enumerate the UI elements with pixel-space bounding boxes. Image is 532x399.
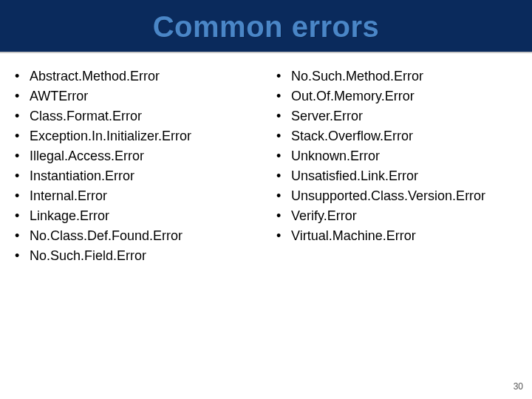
list-item-label: Illegal.Access.Error (30, 149, 144, 163)
title-bar: Common errors (0, 0, 532, 53)
list-item: No.Such.Field.Error (15, 246, 262, 266)
right-column: No.Such.Method.Error Out.Of.Memory.Error… (266, 66, 528, 266)
list-item: Linkage.Error (15, 206, 262, 226)
list-item-label: Virtual.Machine.Error (291, 228, 416, 243)
page-number: 30 (514, 381, 523, 392)
list-item-label: Out.Of.Memory.Error (291, 89, 415, 103)
list-item: No.Such.Method.Error (276, 66, 523, 86)
list-item-label: AWTError (30, 89, 88, 103)
list-item: Abstract.Method.Error (15, 66, 262, 86)
list-item-label: Linkage.Error (30, 208, 109, 223)
list-item: Illegal.Access.Error (15, 146, 262, 166)
list-item: Out.Of.Memory.Error (276, 86, 523, 106)
list-item-label: Unsupported.Class.Version.Error (291, 188, 485, 203)
list-item: Unsatisfied.Link.Error (276, 166, 523, 186)
slide-title: Common errors (153, 10, 380, 44)
list-item-label: No.Such.Method.Error (291, 69, 423, 83)
list-item: No.Class.Def.Found.Error (15, 226, 262, 246)
list-item-label: Unknown.Error (291, 149, 380, 163)
slide-body: Abstract.Method.Error AWTError Class.For… (0, 53, 532, 266)
list-item-label: Server.Error (291, 109, 363, 123)
list-item: Class.Format.Error (15, 106, 262, 126)
list-item-label: Internal.Error (30, 188, 107, 203)
list-item: Instantiation.Error (15, 166, 262, 186)
list-item-label: Exception.In.Initializer.Error (30, 129, 191, 143)
left-column: Abstract.Method.Error AWTError Class.For… (4, 66, 266, 266)
list-item-label: Instantiation.Error (30, 168, 134, 183)
list-item-label: Verify.Error (291, 208, 357, 223)
error-list-left: Abstract.Method.Error AWTError Class.For… (4, 66, 266, 266)
list-item: Exception.In.Initializer.Error (15, 126, 262, 146)
list-item-label: Stack.Overflow.Error (291, 129, 413, 143)
list-item: Unknown.Error (276, 146, 523, 166)
list-item: Server.Error (276, 106, 523, 126)
list-item-label: Class.Format.Error (30, 109, 142, 123)
list-item-label: Unsatisfied.Link.Error (291, 168, 418, 183)
list-item-label: Abstract.Method.Error (30, 69, 160, 83)
list-item: Unsupported.Class.Version.Error (276, 186, 523, 206)
list-item: AWTError (15, 86, 262, 106)
list-item: Stack.Overflow.Error (276, 126, 523, 146)
error-list-right: No.Such.Method.Error Out.Of.Memory.Error… (266, 66, 528, 246)
list-item-label: No.Class.Def.Found.Error (30, 228, 183, 243)
list-item: Verify.Error (276, 206, 523, 226)
list-item-label: No.Such.Field.Error (30, 248, 146, 263)
slide: Common errors Abstract.Method.Error AWTE… (0, 0, 532, 399)
list-item: Internal.Error (15, 186, 262, 206)
list-item: Virtual.Machine.Error (276, 226, 523, 246)
